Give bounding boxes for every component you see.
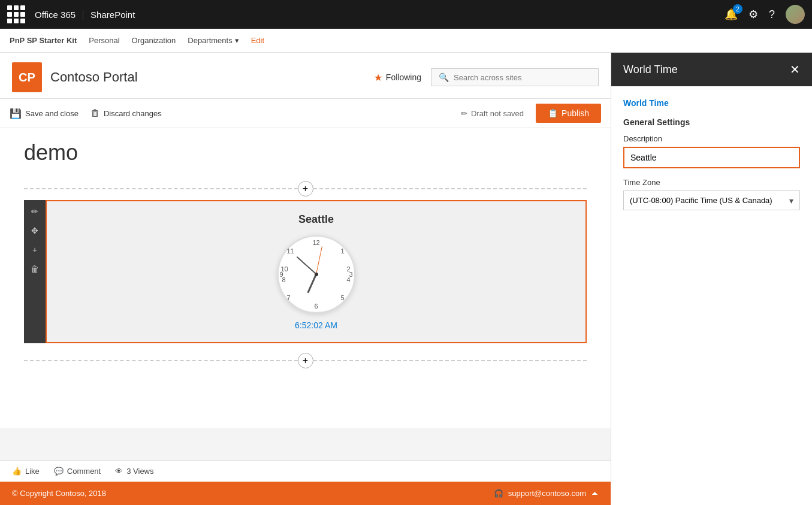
scroll-top-icon[interactable]: ⏶ (591, 489, 599, 498)
avatar[interactable] (786, 5, 805, 24)
support-icon: 🎧 (494, 489, 503, 498)
footer: © Copyright Contoso, 2018 🎧 support@cont… (0, 482, 611, 505)
content-area: CP Contoso Portal ★ Following 🔍 (0, 53, 611, 505)
clock-num-1: 1 (340, 247, 344, 255)
pencil-icon: ✏ (461, 109, 467, 118)
site-logo: CP (12, 62, 42, 92)
search-box: 🔍 (431, 68, 599, 86)
settings-button[interactable]: ⚙ (748, 8, 758, 21)
search-icon: 🔍 (439, 72, 449, 82)
clock-num-11: 11 (287, 247, 294, 255)
save-close-button[interactable]: 💾 Save and close (10, 108, 79, 119)
right-panel: World Time ✕ World Time General Settings… (611, 53, 812, 505)
panel-close-button[interactable]: ✕ (790, 62, 800, 77)
star-icon: ★ (374, 72, 382, 83)
site-header: CP Contoso Portal ★ Following 🔍 (0, 53, 611, 99)
notification-button[interactable]: 🔔 2 (725, 8, 738, 21)
clock-num-6: 6 (314, 303, 318, 310)
page-title: demo (24, 140, 587, 165)
panel-title: World Time (623, 63, 678, 76)
hour-hand (307, 274, 317, 293)
clock-num-7: 7 (287, 294, 291, 301)
suitebar-nav: Personal Organization Departments ▾ Edit (89, 36, 264, 45)
site-logo-area: CP Contoso Portal (12, 62, 138, 92)
nav-organization[interactable]: Organization (132, 36, 176, 45)
timezone-select-wrapper: (UTC-08:00) Pacific Time (US & Canada) (… (623, 190, 800, 210)
clock-time: 6:52:02 AM (295, 320, 337, 330)
publish-button[interactable]: 📋 Publish (536, 104, 601, 123)
panel-general-settings: General Settings (623, 117, 800, 127)
second-hand (316, 246, 322, 274)
edit-toolbar: 💾 Save and close 🗑 Discard changes ✏ Dra… (0, 99, 611, 128)
panel-body: World Time General Settings Description … (611, 86, 812, 505)
help-button[interactable]: ? (769, 8, 775, 21)
header-right: ★ Following 🔍 (374, 68, 599, 86)
description-label: Description (623, 134, 800, 143)
webpart-content: Seattle 12 1 2 3 4 5 6 7 (46, 200, 587, 343)
clock-num-4: 4 (346, 276, 350, 283)
suite-bar: PnP SP Starter Kit Personal Organization… (0, 29, 812, 53)
nav-icons: 🔔 2 ⚙ ? (725, 5, 805, 24)
edit-webpart-button[interactable]: ✏ (26, 202, 44, 220)
suitebar-title: PnP SP Starter Kit (10, 36, 77, 45)
page-inner: demo + ✏ ✥ + 🗑 Seattle (0, 128, 611, 428)
clock-num-10: 10 (281, 265, 288, 273)
top-nav: Office 365 SharePoint 🔔 2 ⚙ ? (0, 0, 812, 29)
description-input[interactable] (623, 147, 800, 168)
panel-header: World Time ✕ (611, 53, 812, 86)
clock-num-5: 5 (340, 294, 344, 301)
like-action[interactable]: 👍 Like (12, 467, 40, 476)
app-name: Office 365 (35, 10, 83, 20)
comment-icon: 💬 (54, 467, 64, 476)
footer-right: 🎧 support@contoso.com ⏶ (494, 489, 599, 498)
comment-action[interactable]: 💬 Comment (54, 467, 101, 476)
delete-webpart-button[interactable]: 🗑 (26, 260, 44, 278)
timezone-select[interactable]: (UTC-08:00) Pacific Time (US & Canada) (… (624, 191, 799, 210)
like-icon: 👍 (12, 467, 22, 476)
webpart-container: ✏ ✥ + 🗑 Seattle 12 1 2 (24, 200, 587, 343)
page-content: demo + ✏ ✥ + 🗑 Seattle (0, 128, 611, 460)
webpart-tools: ✏ ✥ + 🗑 (24, 200, 46, 343)
add-section-top[interactable]: + (24, 177, 587, 200)
webpart-city: Seattle (298, 213, 334, 226)
views-count: 👁 3 Views (115, 467, 153, 476)
clock-face: 12 1 2 3 4 5 6 7 8 9 10 (277, 235, 355, 313)
waffle-icon[interactable] (7, 5, 25, 23)
publish-icon: 📋 (548, 108, 558, 118)
views-icon: 👁 (115, 467, 123, 476)
minute-hand (296, 256, 316, 275)
add-section-circle-bottom[interactable]: + (298, 353, 313, 368)
add-webpart-button[interactable]: + (26, 241, 44, 259)
main-wrapper: CP Contoso Portal ★ Following 🔍 (0, 53, 812, 505)
support-email: support@contoso.com (508, 489, 586, 498)
copyright-text: © Copyright Contoso, 2018 (12, 489, 106, 498)
timezone-label: Time Zone (623, 178, 800, 187)
add-section-bottom[interactable]: + (24, 349, 587, 372)
search-input[interactable] (454, 73, 591, 82)
notification-badge: 2 (733, 4, 742, 14)
draft-label: ✏ Draft not saved (461, 109, 524, 118)
clock-num-12: 12 (312, 239, 319, 246)
discard-icon: 🗑 (90, 108, 100, 119)
clock-wrapper: 12 1 2 3 4 5 6 7 8 9 10 (277, 235, 355, 330)
following-button[interactable]: ★ Following (374, 72, 421, 83)
nav-edit[interactable]: Edit (251, 36, 264, 45)
site-title: Contoso Portal (50, 69, 138, 85)
bottom-bar: 👍 Like 💬 Comment 👁 3 Views (0, 460, 611, 482)
discard-button[interactable]: 🗑 Discard changes (90, 108, 162, 119)
move-webpart-button[interactable]: ✥ (26, 222, 44, 240)
save-icon: 💾 (10, 108, 22, 119)
nav-personal[interactable]: Personal (89, 36, 119, 45)
panel-section-title: World Time (623, 98, 800, 108)
clock-center (315, 273, 318, 276)
add-section-circle-top[interactable]: + (298, 181, 313, 196)
sharepoint-name: SharePoint (90, 10, 135, 20)
nav-departments[interactable]: Departments ▾ (188, 36, 239, 45)
